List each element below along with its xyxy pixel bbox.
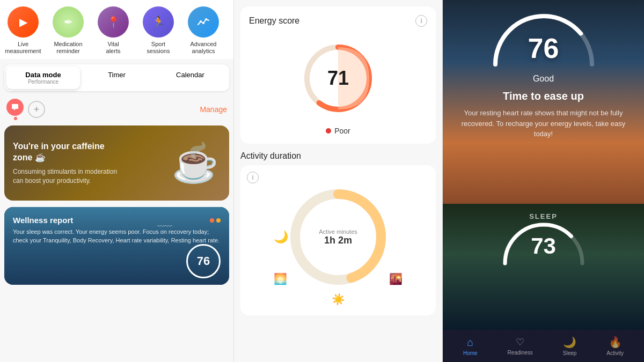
- feature-item-analytics[interactable]: Advanced analytics: [182, 6, 224, 55]
- tab-calendar[interactable]: Calendar: [153, 67, 227, 89]
- tab-timer-label: Timer: [82, 71, 151, 79]
- sunrise-icon: 🌅: [274, 272, 287, 285]
- activity-donut: Active minutes 1h 2m 🌙 🌅 🌇: [284, 183, 392, 291]
- readiness-quality: Good: [533, 74, 554, 84]
- caffeine-desc: Consuming stimulants in moderation can b…: [13, 167, 120, 186]
- left-panel: ▶ Live measurement ✒ Medication reminder…: [0, 0, 233, 362]
- sleep-value: 73: [531, 233, 556, 259]
- right-panel: 76 Good Time to ease up Your resting hea…: [443, 0, 644, 362]
- advanced-analytics-icon[interactable]: [188, 6, 219, 38]
- tab-data-mode[interactable]: Data mode Performance: [6, 67, 80, 89]
- poor-legend-label: Poor: [334, 127, 350, 135]
- activity-nav-icon: 🔥: [609, 336, 622, 349]
- readiness-headline: Time to ease up: [492, 90, 595, 102]
- coffee-cup-icon: ☕: [172, 141, 218, 185]
- sleep-nav-label: Sleep: [563, 350, 577, 356]
- readiness-nav-icon: ♡: [516, 336, 524, 348]
- wellness-desc: Your sleep was correct. Your energy seem…: [13, 228, 221, 245]
- readiness-content: 76 Good Time to ease up Your resting hea…: [443, 11, 644, 139]
- wellness-title: Wellness report: [13, 216, 73, 225]
- sun-icon: ☀️: [284, 293, 392, 306]
- vital-alerts-label: Vital alerts: [106, 41, 121, 55]
- home-nav-icon: ⌂: [467, 336, 473, 349]
- energy-value: 71: [301, 41, 376, 116]
- sleep-nav-icon: 🌙: [563, 336, 576, 349]
- sport-sessions-label: Sport sessions: [147, 41, 170, 55]
- activity-section: Activity duration i Active minutes 1h 2m: [240, 151, 436, 356]
- feature-item-medication[interactable]: ✒ Medication reminder: [47, 6, 89, 55]
- wellness-dots: [210, 218, 221, 223]
- poor-legend-dot: [326, 128, 331, 134]
- activity-nav-label: Activity: [606, 350, 624, 356]
- medication-reminder-icon[interactable]: ✒: [53, 6, 84, 38]
- readiness-value: 76: [528, 32, 559, 64]
- readiness-gauge: 76: [490, 11, 597, 70]
- feature-icons-row: ▶ Live measurement ✒ Medication reminder…: [0, 0, 233, 59]
- readiness-desc: Your resting heart rate shows that might…: [443, 108, 644, 139]
- energy-legend: Poor: [249, 127, 427, 135]
- dot-orange: [210, 218, 214, 223]
- feature-item-sport[interactable]: 🏃 Sport sessions: [137, 6, 179, 55]
- activity-center: Active minutes 1h 2m: [284, 183, 392, 291]
- active-time: 1h 2m: [324, 235, 352, 246]
- active-minutes-label: Active minutes: [319, 228, 357, 235]
- home-nav-label: Home: [463, 350, 478, 356]
- sport-sessions-icon[interactable]: 🏃: [143, 6, 174, 38]
- wellness-card[interactable]: Wellness report 〰〰 Your sleep was correc…: [4, 207, 229, 285]
- energy-info-icon[interactable]: i: [415, 15, 427, 27]
- nav-activity[interactable]: 🔥 Activity: [601, 334, 629, 358]
- sleep-section: SLEEP 73: [443, 204, 644, 330]
- vital-alerts-icon[interactable]: 📍: [98, 6, 129, 38]
- sunset-icon: 🌇: [389, 272, 402, 285]
- nav-readiness[interactable]: ♡ Readiness: [502, 334, 538, 358]
- tab-data-mode-label: Data mode: [9, 71, 78, 79]
- feature-item-vital[interactable]: 📍 Vital alerts: [92, 6, 134, 55]
- metrics-bar: + Manage: [0, 97, 233, 122]
- svg-point-2: [205, 18, 207, 20]
- readiness-section: 76 Good Time to ease up Your resting hea…: [443, 0, 644, 204]
- tab-calendar-label: Calendar: [156, 71, 225, 79]
- activity-info-icon[interactable]: i: [247, 172, 259, 183]
- dot-amber: [216, 218, 221, 223]
- activity-card: i Active minutes 1h 2m 🌙 🌅: [240, 165, 436, 315]
- svg-point-1: [202, 22, 204, 24]
- feature-item-live[interactable]: ▶ Live measurement: [2, 6, 44, 55]
- sleep-content: SLEEP 73: [443, 212, 644, 265]
- medication-reminder-label: Medication reminder: [54, 41, 82, 55]
- metrics-notification-dot: [14, 117, 17, 120]
- middle-panel: Energy score i 71 Poor: [233, 0, 443, 362]
- add-metric-button[interactable]: +: [28, 101, 45, 118]
- moon-icon: 🌙: [274, 230, 288, 244]
- svg-point-0: [200, 20, 202, 23]
- energy-card: Energy score i 71 Poor: [240, 6, 436, 144]
- caffeine-card[interactable]: You're in your caffeine zone ☕ Consuming…: [4, 125, 229, 201]
- advanced-analytics-label: Advanced analytics: [191, 41, 217, 55]
- live-measurement-icon[interactable]: ▶: [8, 6, 39, 38]
- nav-home[interactable]: ⌂ Home: [458, 334, 483, 358]
- bottom-nav: ⌂ Home ♡ Readiness 🌙 Sleep 🔥 Activity: [443, 330, 644, 362]
- nav-sleep[interactable]: 🌙 Sleep: [558, 334, 582, 358]
- tab-timer[interactable]: Timer: [80, 67, 153, 89]
- energy-gauge: 71: [249, 35, 427, 121]
- sleep-gauge: 73: [501, 223, 587, 265]
- activity-title: Activity duration: [240, 151, 436, 161]
- energy-circle: 71: [301, 41, 376, 116]
- tab-data-mode-sub: Performance: [9, 79, 78, 85]
- caffeine-title: You're in your caffeine zone ☕: [13, 141, 120, 164]
- metrics-chat-icon[interactable]: [6, 99, 24, 116]
- readiness-nav-label: Readiness: [508, 350, 533, 356]
- sleep-label: SLEEP: [529, 212, 558, 220]
- energy-title: Energy score: [249, 16, 299, 26]
- live-measurement-label: Live measurement: [5, 41, 41, 55]
- mode-tabs: Data mode Performance Timer Calendar: [4, 64, 229, 91]
- manage-button[interactable]: Manage: [200, 105, 227, 114]
- bird-icons: 〰〰: [157, 222, 172, 231]
- wellness-score: 76: [186, 244, 221, 278]
